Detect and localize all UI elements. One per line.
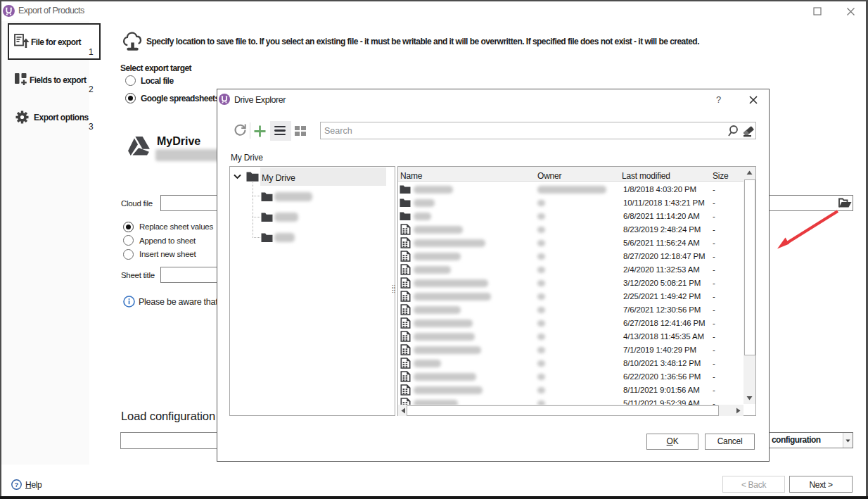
svg-text:?: ? (15, 481, 19, 488)
